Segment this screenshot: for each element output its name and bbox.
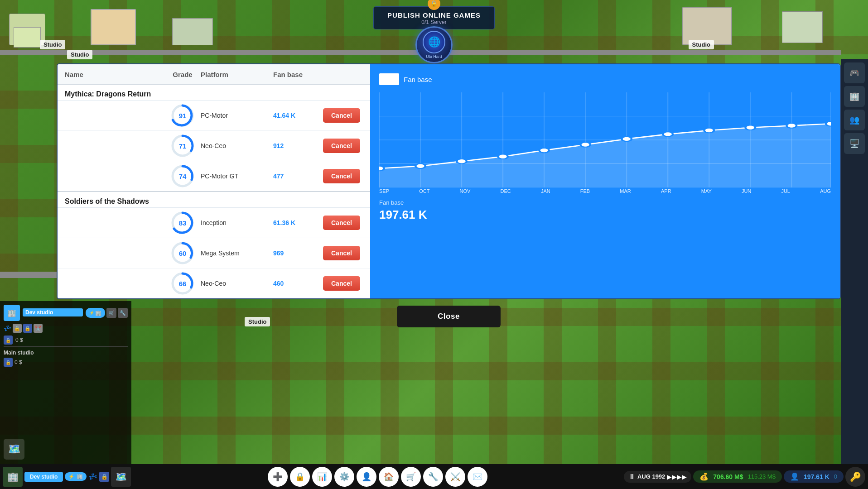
- lock1-icon[interactable]: 🔒: [13, 324, 22, 333]
- action-user[interactable]: 👤: [357, 467, 376, 487]
- table-header: Name Grade Platform Fan base: [58, 64, 370, 85]
- chart-legend-label: Fan base: [404, 76, 432, 83]
- lock3-icon[interactable]: 🔒: [4, 336, 13, 345]
- svg-point-27: [539, 148, 549, 153]
- action-mail[interactable]: ✉️: [468, 467, 487, 487]
- modal-container: Name Grade Platform Fan base Mythica: Dr…: [57, 63, 841, 327]
- x-label-feb: FEB: [580, 188, 590, 194]
- time-controls: ⏸ AUG 1992 ▶▶▶▶: [624, 471, 691, 483]
- table-row: 91 PC-Motor 41.64 K Cancel: [58, 101, 370, 131]
- bottom-studio-icon[interactable]: 🏢: [3, 467, 23, 487]
- chart-svg: [379, 92, 831, 187]
- bottom-dev-studio[interactable]: Dev studio: [24, 472, 63, 482]
- svg-point-32: [745, 125, 755, 130]
- platform-2-2: Mega System: [201, 249, 273, 257]
- x-label-apr: APR: [661, 188, 671, 194]
- grade-value-2-1: 83: [179, 219, 187, 227]
- fans-secondary: 0: [834, 473, 837, 480]
- chart-legend: Fan base: [379, 73, 831, 85]
- x-label-jun: JUN: [742, 188, 751, 194]
- bottom-lock-icon[interactable]: 🔒: [99, 472, 109, 482]
- money-value: 706.60 M$: [713, 473, 743, 480]
- chart-stat-label: Fan base: [379, 199, 831, 206]
- studio-locks: 💤 🔒 🔒 ✂️: [4, 324, 43, 333]
- platform-2-3: Neo-Ceo: [201, 280, 273, 287]
- right-icon-users[interactable]: 👥: [844, 110, 865, 130]
- studio-label-2: Studio: [67, 50, 92, 59]
- main-studio-label: Main studio: [4, 350, 128, 356]
- x-label-nov: NOV: [460, 188, 471, 194]
- svg-point-23: [379, 166, 384, 171]
- money2: 0 $: [14, 359, 22, 365]
- map-button[interactable]: 🗺️: [4, 439, 24, 460]
- grade-value-1-2: 71: [179, 142, 187, 150]
- bottom-toggle[interactable]: ⚡🏢: [65, 472, 87, 481]
- table-panel: Name Grade Platform Fan base Mythica: Dr…: [58, 64, 370, 298]
- fanbase-1-3: 477: [273, 173, 323, 180]
- platform-1-1: PC-Motor: [201, 112, 273, 119]
- x-label-mar: MAR: [620, 188, 631, 194]
- studio-label-3: Studio: [689, 40, 714, 49]
- action-lock[interactable]: 🔒: [290, 467, 310, 487]
- action-wrench[interactable]: 🔧: [423, 467, 443, 487]
- money1: 0 $: [15, 337, 23, 343]
- svg-point-30: [663, 132, 673, 137]
- avatar-label: Ubi Hard: [426, 54, 442, 59]
- x-label-dec: DEC: [501, 188, 511, 194]
- table-row: 66 Neo-Ceo 460 Cancel: [58, 268, 370, 298]
- fanbase-2-1: 61.36 K: [273, 219, 323, 226]
- sleep-icon: 💤: [4, 325, 11, 332]
- platform-2-1: Inception: [201, 219, 273, 226]
- game-group-1-header: Mythica: Dragons Return: [58, 85, 370, 101]
- right-icon-gamepad[interactable]: 🎮: [844, 62, 865, 83]
- x-label-may: MAY: [701, 188, 712, 194]
- fast-forward-btn[interactable]: ▶▶▶▶: [667, 473, 687, 480]
- chart-area: [379, 92, 831, 187]
- cancel-btn-2-3[interactable]: Cancel: [323, 276, 360, 291]
- action-add[interactable]: ➕: [268, 467, 288, 487]
- key-icon[interactable]: 🔑: [845, 467, 865, 487]
- action-chart[interactable]: 📊: [312, 467, 332, 487]
- pause-btn[interactable]: ⏸: [628, 473, 636, 481]
- game-group-2-header: Soldiers of the Shadows: [58, 192, 370, 208]
- action-gear[interactable]: ⚙️: [334, 467, 354, 487]
- fanbase-2-3: 460: [273, 280, 323, 287]
- col-header-name: Name: [65, 71, 164, 78]
- fanbase-2-2: 969: [273, 249, 323, 257]
- action-shop[interactable]: 🛒: [401, 467, 421, 487]
- right-icon-monitor[interactable]: 🖥️: [844, 133, 865, 154]
- bottom-bar: 🏢 Dev studio ⚡🏢 💤 🔒 🗺️ ➕ 🔒 📊 ⚙️ 👤 🏠 🛒 🔧 …: [0, 464, 868, 489]
- publish-subtitle: 0/1 Server: [387, 19, 481, 25]
- svg-point-24: [415, 164, 425, 169]
- close-button[interactable]: Close: [397, 306, 501, 327]
- chart-x-labels: SEP OCT NOV DEC JAN FEB MAR APR MAY JUN …: [379, 187, 831, 199]
- cancel-btn-2-1[interactable]: Cancel: [323, 216, 360, 230]
- fans-display: 👤 197.61 K 0: [784, 470, 844, 483]
- table-row: 74 PC-Motor GT 477 Cancel: [58, 161, 370, 192]
- cancel-btn-1-1[interactable]: Cancel: [323, 108, 360, 123]
- svg-point-29: [622, 137, 632, 142]
- svg-point-28: [580, 142, 590, 147]
- svg-point-33: [786, 123, 796, 128]
- bottom-map-icon[interactable]: 🗺️: [111, 467, 131, 487]
- publish-title: PUBLISH ONLINE GAMES: [387, 11, 481, 19]
- close-btn-row: Close: [57, 306, 841, 327]
- action-cross[interactable]: ⚔️: [445, 467, 465, 487]
- grade-value-2-2: 60: [179, 249, 187, 257]
- action-home[interactable]: 🏠: [379, 467, 399, 487]
- scissors-icon[interactable]: ✂️: [34, 324, 43, 333]
- lock4-icon[interactable]: 🔒: [4, 358, 13, 367]
- cancel-btn-1-2[interactable]: Cancel: [323, 139, 360, 153]
- fanbase-1-2: 912: [273, 142, 323, 149]
- cancel-btn-2-2[interactable]: Cancel: [323, 246, 360, 260]
- fanbase-1-1: 41.64 K: [273, 112, 323, 119]
- lock2-icon[interactable]: 🔒: [23, 324, 32, 333]
- avatar-circle: 🌐: [423, 31, 445, 53]
- svg-point-34: [826, 121, 831, 126]
- table-row: 71 Neo-Ceo 912 Cancel: [58, 131, 370, 161]
- fans-icon: 👤: [790, 472, 799, 481]
- cancel-btn-1-3[interactable]: Cancel: [323, 169, 360, 183]
- x-label-aug: AUG: [820, 188, 831, 194]
- right-icon-building[interactable]: 🏢: [844, 86, 865, 107]
- bottom-sleep-icon: 💤: [88, 472, 97, 481]
